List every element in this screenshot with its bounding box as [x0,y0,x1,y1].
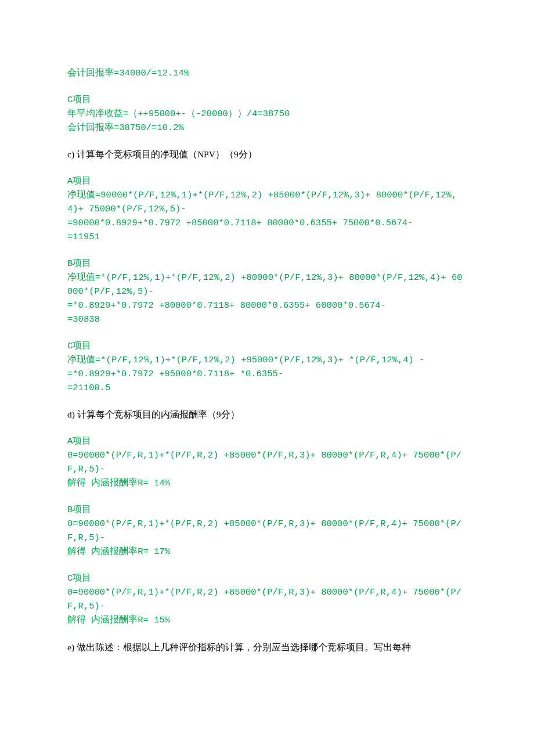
text-line: 解得 内涵报酬率R= 15% [67,613,467,627]
question-block: e) 做出陈述：根据以上几种评价指标的计算，分别应当选择哪个竞标项目。写出每种 [67,640,467,654]
text-line: c) 计算每个竞标项目的净现值（NPV）（9分） [67,147,467,161]
question-block: d) 计算每个竞标项目的内涵报酬率（9分） [67,408,467,422]
text-line: 解得 内涵报酬率R= 17% [67,545,467,559]
answer-block: C项目年平均净收益=（++95000+-（-20000））/4=38750会计回… [67,93,467,135]
text-line: C项目 [67,571,467,585]
answer-block: B项目0=90000*(P/F,R,1)+*(P/F,R,2) +85000*(… [67,503,467,559]
text-line: B项目 [67,503,467,517]
text-line: 净现值=*(P/F,12%,1)+*(P/F,12%,2) +80000*(P/… [67,271,467,298]
text-line: =90000*0.8929+*0.7972 +85000*0.7118+ 800… [67,216,467,230]
question-block: c) 计算每个竞标项目的净现值（NPV）（9分） [67,147,467,161]
text-line: A项目 [67,174,467,188]
text-line: A项目 [67,434,467,448]
text-line: 年平均净收益=（++95000+-（-20000））/4=38750 [67,107,467,121]
text-line: 0=90000*(P/F,R,1)+*(P/F,R,2) +85000*(P/F… [67,585,467,613]
text-line: 0=90000*(P/F,R,1)+*(P/F,R,2) +85000*(P/F… [67,517,467,545]
text-line: C项目 [67,93,467,107]
text-line: =*0.8929+*0.7972 +80000*0.7118+ 80000*0.… [67,298,467,312]
text-line: e) 做出陈述：根据以上几种评价指标的计算，分别应当选择哪个竞标项目。写出每种 [67,640,467,654]
text-line: C项目 [67,339,467,353]
answer-block: B项目净现值=*(P/F,12%,1)+*(P/F,12%,2) +80000*… [67,257,467,326]
text-line: 会计回报率=38750/=10.2% [67,121,467,135]
text-line: 会计回报率=34000/=12.14% [67,66,467,80]
text-line: =21108.5 [67,381,467,395]
answer-block: A项目净现值=90000*(P/F,12%,1)+*(P/F,12%,2) +8… [67,174,467,244]
text-line: 净现值=90000*(P/F,12%,1)+*(P/F,12%,2) +8500… [67,188,467,216]
text-line: 0=90000*(P/F,R,1)+*(P/F,R,2) +85000*(P/F… [67,448,467,476]
answer-block: 会计回报率=34000/=12.14% [67,66,467,80]
answer-block: A项目0=90000*(P/F,R,1)+*(P/F,R,2) +85000*(… [67,434,467,490]
text-line: d) 计算每个竞标项目的内涵报酬率（9分） [67,408,467,422]
document-content: 会计回报率=34000/=12.14%C项目年平均净收益=（++95000+-（… [67,66,467,654]
answer-block: C项目净现值=*(P/F,12%,1)+*(P/F,12%,2) +95000*… [67,339,467,395]
text-line: 解得 内涵报酬率R= 14% [67,476,467,490]
text-line: 净现值=*(P/F,12%,1)+*(P/F,12%,2) +95000*(P/… [67,353,467,367]
document-page: 会计回报率=34000/=12.14%C项目年平均净收益=（++95000+-（… [0,0,534,702]
answer-block: C项目0=90000*(P/F,R,1)+*(P/F,R,2) +85000*(… [67,571,467,627]
text-line: =*0.8929+*0.7972 +95000*0.7118+ *0.6355- [67,367,467,381]
text-line: =11951 [67,230,467,244]
text-line: B项目 [67,257,467,271]
text-line: =30838 [67,312,467,326]
